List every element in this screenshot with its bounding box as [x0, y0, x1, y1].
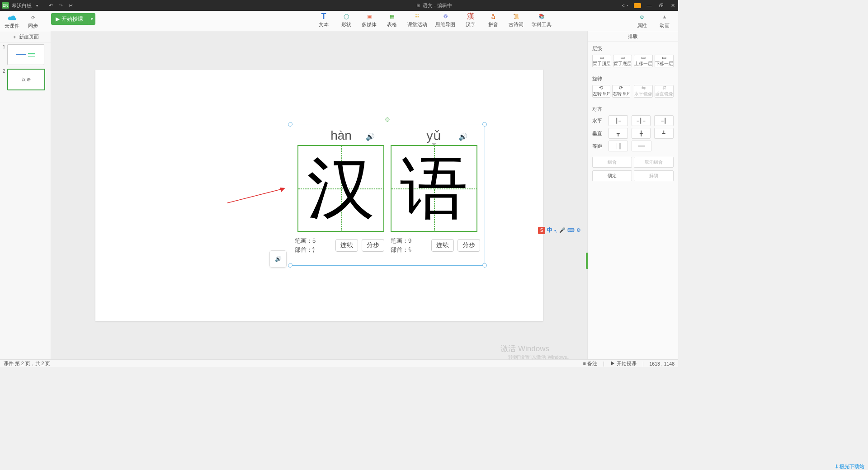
rotate-right-button[interactable]: ⟳右转 90° — [612, 85, 630, 98]
cloud-icon — [7, 13, 17, 22]
floating-speaker-button[interactable]: 🔊 — [269, 250, 287, 268]
align-left-button[interactable]: ┃≡ — [609, 115, 628, 126]
ime-keyboard-icon[interactable]: ⌨ — [567, 227, 575, 233]
speaker-icon[interactable]: 🔊 — [366, 132, 375, 141]
resize-handle-ne[interactable] — [482, 122, 487, 127]
align-bottom-button[interactable]: ┻ — [654, 128, 674, 139]
align-right-button[interactable]: ≡┃ — [654, 115, 674, 126]
lbl: 左转 90° — [593, 91, 610, 97]
slide-page[interactable]: hàn 🔊 yǔ 🔊 汉 — [95, 70, 543, 321]
sync-button[interactable]: ⟳ 同步 — [26, 13, 40, 29]
ime-punct-icon[interactable]: •, — [554, 228, 557, 233]
anim-icon: ★ — [660, 13, 670, 22]
group-button[interactable]: 组合 — [592, 157, 632, 168]
layer-down-button[interactable]: ▭下移一层 — [655, 55, 674, 67]
continuous-button-2[interactable]: 连续 — [431, 239, 454, 252]
canvas-area[interactable]: hàn 🔊 yǔ 🔊 汉 — [51, 31, 587, 359]
maximize-icon[interactable]: 🗗 — [657, 2, 665, 9]
char-grid-2[interactable]: 语 — [391, 145, 477, 232]
mail-icon[interactable] — [634, 3, 641, 8]
start-class-button[interactable]: ▶开始授课 ▾ — [51, 13, 95, 25]
tool-text[interactable]: T文本 — [316, 12, 331, 28]
align-top-button[interactable]: ┳ — [609, 128, 628, 139]
flip-h-button[interactable]: ⇋水平镜像 — [634, 85, 653, 98]
tool-table[interactable]: ▦表格 — [385, 12, 399, 28]
step-button-1[interactable]: 分步 — [362, 239, 384, 252]
ime-toolbar[interactable]: S 中 •, 🎤 ⌨ ⚙ — [537, 226, 582, 235]
shape-icon: ◯ — [341, 12, 351, 21]
align-left-icon: ┃≡ — [615, 118, 621, 124]
speaker-icon[interactable]: 🔊 — [458, 132, 467, 141]
ime-lang[interactable]: 中 — [547, 226, 552, 234]
hanzi-label: 汉字 — [466, 21, 476, 28]
distribute-v-button[interactable]: ══ — [632, 141, 651, 151]
step-button-2[interactable]: 分步 — [458, 239, 480, 252]
subject-label: 学科工具 — [532, 21, 552, 28]
start-class-status-button[interactable]: ▶ 开始授课 — [610, 361, 637, 367]
continuous-button-1[interactable]: 连续 — [335, 239, 358, 252]
ime-mic-icon[interactable]: 🎤 — [559, 227, 566, 233]
cut-icon[interactable]: ✂ — [67, 2, 74, 9]
redo-icon[interactable]: ↷ — [57, 2, 64, 9]
rotate-handle-icon[interactable] — [386, 118, 390, 122]
page-info: 课件 第 2 页，共 2 页 — [4, 361, 50, 367]
lock-button[interactable]: 锁定 — [592, 170, 632, 181]
distribute-v-icon: ══ — [638, 143, 645, 149]
resize-handle-sw[interactable] — [288, 263, 292, 268]
undo-icon[interactable]: ↶ — [47, 2, 54, 9]
mindmap-icon: ❂ — [440, 12, 450, 21]
align-bottom-icon: ┻ — [662, 131, 665, 136]
layer-up-button[interactable]: ▭上移一层 — [634, 55, 653, 67]
cloud-courseware-button[interactable]: 云课件 — [5, 13, 19, 29]
divider — [604, 362, 604, 367]
tool-hanzi[interactable]: 漢汉字 — [463, 12, 478, 28]
resize-handle-se[interactable] — [482, 263, 487, 268]
ungroup-button[interactable]: 取消组合 — [634, 157, 674, 168]
app-name: 希沃白板 — [12, 2, 32, 9]
unlock-button[interactable]: 解锁 — [634, 170, 674, 181]
lbl: 置于底层 — [613, 61, 632, 67]
tool-poem[interactable]: 📜古诗词 — [509, 12, 524, 28]
tool-subject[interactable]: 📚学科工具 — [532, 12, 552, 28]
start-class-dropdown[interactable]: ▾ — [88, 13, 95, 25]
tool-mindmap[interactable]: ❂思维导图 — [435, 12, 455, 28]
radical-value: 讠 — [408, 246, 414, 253]
animation-tab[interactable]: ★动画 — [657, 13, 672, 29]
section-align-title: 对齐 — [592, 106, 674, 113]
char-grid-1[interactable]: 汉 — [297, 145, 384, 232]
props-subtab-layout[interactable]: 排版 — [588, 31, 678, 42]
distribute-h-button[interactable]: ║║ — [609, 141, 628, 151]
radical-label: 部首： — [295, 246, 312, 253]
tool-activity[interactable]: ☷课堂活动 — [407, 12, 427, 28]
anim-label: 动画 — [660, 22, 670, 29]
lbl: 上移一层 — [634, 61, 652, 67]
align-vcenter-button[interactable]: ╋ — [632, 128, 651, 139]
resize-handle-nw[interactable] — [288, 122, 292, 127]
mindmap-label: 思维导图 — [435, 21, 455, 28]
align-hcenter-button[interactable]: ≡┃≡ — [632, 115, 651, 126]
share-icon[interactable]: <・ — [622, 2, 629, 9]
side-expand-handle[interactable] — [586, 253, 588, 269]
pinyin-label: 拼音 — [488, 21, 498, 28]
minimize-icon[interactable]: ― — [646, 2, 653, 9]
activity-label: 课堂活动 — [407, 21, 427, 28]
ime-settings-icon[interactable]: ⚙ — [576, 227, 581, 233]
document-title: 🗎 语文 - 编辑中 — [416, 2, 452, 9]
tool-media[interactable]: ▣多媒体 — [362, 12, 377, 28]
pinyin-1: hàn — [330, 128, 352, 143]
layer-top-button[interactable]: ▭置于顶层 — [592, 55, 611, 67]
tool-shape[interactable]: ◯形状 — [339, 12, 354, 28]
tool-pinyin[interactable]: ā拼音 — [486, 12, 500, 28]
new-page-button[interactable]: ＋ 新建页面 — [0, 31, 51, 42]
selection-box[interactable]: hàn 🔊 yǔ 🔊 汉 — [290, 124, 485, 266]
rotate-left-button[interactable]: ⟲左转 90° — [592, 85, 610, 98]
slide-thumb-2[interactable]: 2 汉 语 — [0, 67, 51, 92]
notes-button[interactable]: ≡ 备注 — [583, 361, 597, 367]
close-icon[interactable]: ✕ — [669, 2, 676, 9]
flip-v-button[interactable]: ⇵垂直镜像 — [655, 85, 674, 98]
layer-bottom-button[interactable]: ▭置于底层 — [613, 55, 632, 67]
slide-thumb-1[interactable]: 1 — [0, 42, 51, 67]
new-page-label: 新建页面 — [19, 33, 39, 40]
app-menu-caret-icon[interactable]: ▾ — [36, 4, 38, 8]
properties-tab[interactable]: ⚙属性 — [635, 13, 649, 29]
